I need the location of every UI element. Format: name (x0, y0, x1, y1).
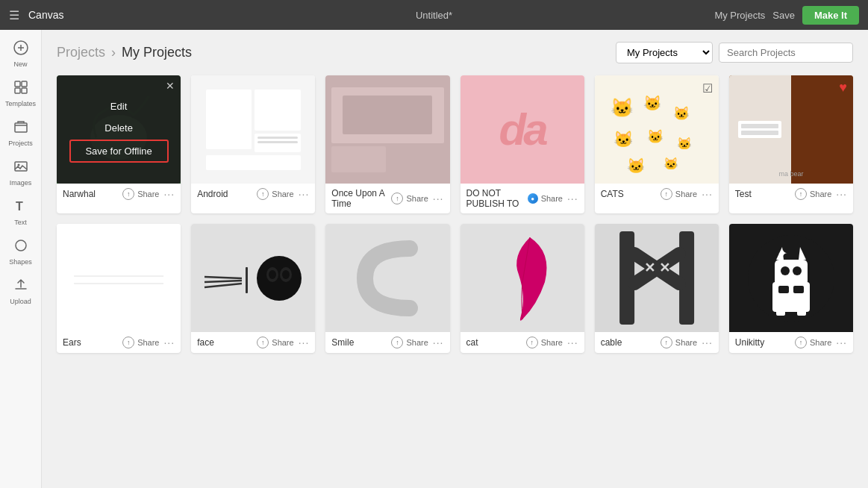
test-line-2 (741, 131, 778, 135)
svg-rect-5 (15, 88, 20, 93)
sidebar-item-templates[interactable]: Templates (0, 75, 41, 112)
make-it-button[interactable]: Make It (802, 6, 859, 25)
sidebar-item-shapes[interactable]: Shapes (0, 234, 41, 270)
project-card-unikitty: ✦ Unikitty ↑ Share (729, 224, 853, 353)
test-line-1 (741, 124, 778, 128)
project-card-narwhal: ✕ Edit Delete Save for Offline Narwhal ↑… (57, 75, 181, 213)
svg-text:🐱: 🐱 (610, 96, 634, 119)
card-name-ears: Ears (63, 337, 81, 348)
android-layout (203, 87, 304, 173)
dnp-text: da (496, 104, 549, 155)
upload-icon (13, 278, 28, 296)
context-menu: ✕ Edit Delete Save for Offline (57, 75, 181, 184)
context-close-button[interactable]: ✕ (166, 80, 175, 92)
share-button-once[interactable]: ↑ Share (391, 193, 428, 204)
card-footer-narwhal: Narwhal ↑ Share ··· (57, 184, 181, 204)
card-actions-ears: ↑ Share ··· (122, 337, 175, 348)
share-button-smile[interactable]: ↑ Share (391, 337, 428, 348)
nav-right: My Projects Save Make It (714, 6, 859, 25)
card-name-android: Android (197, 189, 228, 199)
card-name-cats: CATS (601, 189, 624, 199)
more-button-test[interactable]: ··· (836, 188, 847, 200)
my-projects-nav-link[interactable]: My Projects (714, 10, 765, 21)
more-button-narwhal[interactable]: ··· (163, 188, 175, 200)
card-footer-test: Test ↑ Share ··· (729, 184, 853, 204)
android-line-1 (257, 137, 298, 139)
share-button-cable[interactable]: ↑ Share (661, 337, 697, 348)
share-button-test[interactable]: ↑ Share (795, 188, 831, 200)
share-icon-android: ↑ (257, 188, 269, 200)
more-button-donotpublish[interactable]: ··· (567, 193, 578, 204)
project-card-android: Android ↑ Share ··· (191, 75, 315, 213)
more-button-face[interactable]: ··· (299, 337, 310, 348)
card-name-test: Test (735, 189, 752, 199)
share-button-unikitty[interactable]: ↑ Share (795, 337, 831, 348)
share-button-ears[interactable]: ↑ Share (122, 337, 159, 348)
android-right (255, 90, 301, 152)
context-edit[interactable]: Edit (69, 96, 169, 116)
android-lines (255, 134, 301, 146)
project-filter-select[interactable]: My Projects (616, 42, 713, 63)
share-button-cats[interactable]: ↑ Share (661, 188, 697, 200)
thumbnail-donotpublish: da (460, 75, 584, 184)
more-button-android[interactable]: ··· (299, 188, 310, 200)
save-button[interactable]: Save (772, 10, 795, 21)
projects-grid: ✕ Edit Delete Save for Offline Narwhal ↑… (57, 75, 853, 353)
android-piece-2 (255, 90, 301, 131)
sidebar-item-new[interactable]: New (0, 36, 41, 72)
more-button-ears[interactable]: ··· (163, 337, 175, 348)
more-button-unikitty[interactable]: ··· (836, 337, 847, 348)
sidebar-item-text[interactable]: T Text (0, 194, 41, 231)
context-delete[interactable]: Delete (69, 118, 169, 138)
share-icon-narwhal: ↑ (122, 188, 134, 200)
svg-point-41 (793, 266, 802, 275)
svg-point-28 (257, 256, 302, 301)
svg-rect-6 (22, 88, 27, 93)
svg-text:🐱: 🐱 (643, 94, 662, 112)
more-button-cats[interactable]: ··· (702, 188, 713, 200)
once-row (331, 146, 443, 172)
search-input[interactable] (719, 43, 853, 63)
share-button-cat[interactable]: ↑ Share (526, 337, 563, 348)
share-icon-cat: ↑ (526, 337, 538, 348)
more-button-once[interactable]: ··· (433, 193, 444, 204)
card-actions-test: ↑ Share ··· (795, 188, 847, 200)
card-name-cable: cable (601, 337, 622, 348)
more-button-smile[interactable]: ··· (433, 337, 444, 348)
share-button-android[interactable]: ↑ Share (257, 188, 293, 200)
text-label: Text (14, 219, 27, 226)
project-card-smile: Smile ↑ Share ··· (325, 224, 449, 353)
nav-left: ☰ Canvas (9, 8, 63, 22)
share-button-donotpublish[interactable]: ● Share (528, 193, 563, 204)
card-footer-cat: cat ↑ Share ··· (460, 332, 584, 353)
sidebar-item-upload[interactable]: Upload (0, 273, 41, 310)
card-footer-smile: Smile ↑ Share ··· (325, 332, 449, 353)
shapes-icon (13, 238, 28, 257)
card-name-narwhal: Narwhal (63, 189, 96, 199)
test-inner (738, 121, 781, 138)
card-footer-cable: cable ↑ Share ··· (595, 332, 719, 353)
card-footer-donotpublish: DO NOT PUBLISH TO ● Share ··· (460, 184, 584, 213)
thumbnail-unikitty: ✦ (729, 224, 853, 332)
toolbar-controls: My Projects (616, 42, 853, 63)
project-card-donotpublish: da DO NOT PUBLISH TO ● Share ··· (460, 75, 584, 213)
more-button-cat[interactable]: ··· (567, 337, 578, 348)
more-button-cable[interactable]: ··· (702, 337, 713, 348)
text-icon: T (13, 198, 28, 217)
thumbnail-cats: ☑ 🐱 🐱 🐱 🐱 🐱 🐱 🐱 🐱 (595, 75, 719, 184)
svg-rect-8 (15, 162, 27, 171)
context-save-offline[interactable]: Save for Offline (69, 140, 169, 163)
share-button-face[interactable]: ↑ Share (257, 337, 293, 348)
verified-icon-cats: ☑ (702, 81, 713, 96)
svg-rect-3 (15, 81, 20, 87)
card-name-smile: Smile (331, 337, 354, 348)
sidebar-item-images[interactable]: Images (0, 154, 41, 191)
smile-svg (350, 234, 425, 323)
share-button-narwhal[interactable]: ↑ Share (122, 188, 159, 200)
app-title: Canvas (28, 9, 63, 21)
svg-point-32 (282, 270, 290, 279)
breadcrumb-root[interactable]: Projects (57, 45, 105, 60)
hamburger-icon[interactable]: ☰ (9, 8, 19, 22)
main-content: Projects › My Projects My Projects (42, 30, 868, 488)
sidebar-item-projects[interactable]: Projects (0, 115, 41, 151)
